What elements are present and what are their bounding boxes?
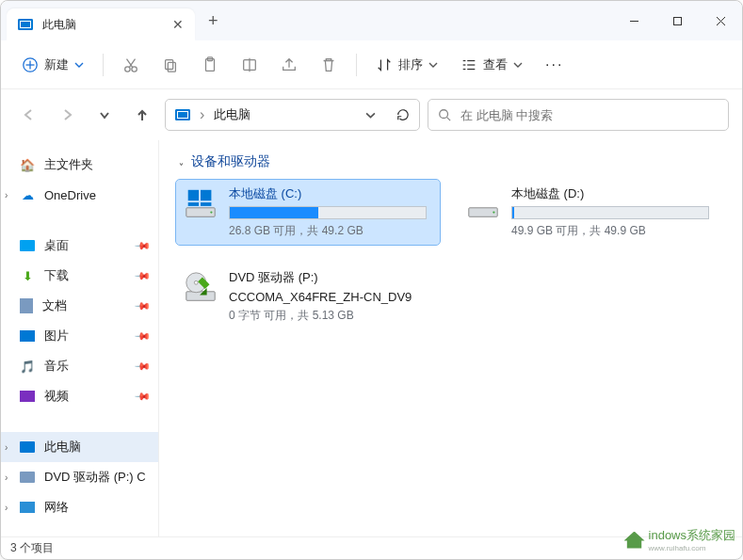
recent-dropdown[interactable] [89, 100, 120, 130]
separator [356, 54, 357, 76]
search-input[interactable] [460, 108, 719, 122]
forward-button[interactable] [52, 100, 82, 130]
pin-icon: 📌 [133, 357, 151, 375]
titlebar: 此电脑 ✕ + [1, 1, 742, 40]
sidebar-item-music[interactable]: 🎵音乐📌 [1, 351, 158, 381]
sidebar-item-documents[interactable]: 文档📌 [1, 291, 158, 321]
network-icon [20, 502, 35, 513]
drive-subtitle: CCCOMA_X64FRE_ZH-CN_DV9 [229, 290, 434, 304]
sidebar-item-downloads[interactable]: ⬇下载📌 [1, 261, 158, 291]
tab-this-pc[interactable]: 此电脑 ✕ [7, 8, 195, 40]
sidebar-item-onedrive[interactable]: ›☁OneDrive [1, 180, 158, 210]
separator [103, 54, 104, 76]
download-icon: ⬇ [20, 268, 35, 283]
sidebar: 🏠主文件夹 ›☁OneDrive 桌面📌 ⬇下载📌 文档📌 图片📌 🎵音乐📌 视… [1, 140, 159, 536]
pc-icon [20, 441, 35, 453]
share-button[interactable] [271, 51, 307, 79]
group-header-devices[interactable]: ⌄ 设备和驱动器 [176, 150, 725, 180]
copy-button[interactable] [153, 51, 188, 79]
cut-button[interactable] [113, 51, 149, 79]
new-button-label: 新建 [44, 56, 69, 73]
home-icon: 🏠 [20, 157, 35, 172]
search-bar[interactable] [428, 99, 729, 131]
drive-item[interactable]: DVD 驱动器 (P:)CCCOMA_X64FRE_ZH-CN_DV90 字节 … [176, 264, 440, 329]
maximize-button[interactable] [655, 1, 699, 40]
sidebar-item-this-pc[interactable]: ›此电脑 [1, 432, 158, 462]
usage-bar [511, 206, 709, 219]
body: 🏠主文件夹 ›☁OneDrive 桌面📌 ⬇下载📌 文档📌 图片📌 🎵音乐📌 视… [1, 140, 742, 536]
drive-item[interactable]: 本地磁盘 (C:)26.8 GB 可用，共 49.2 GB [176, 180, 440, 245]
svg-rect-26 [188, 190, 199, 200]
music-icon: 🎵 [20, 359, 35, 374]
svg-rect-9 [166, 59, 173, 69]
pin-icon: 📌 [133, 327, 151, 344]
sort-label: 排序 [398, 56, 423, 73]
window-controls [612, 1, 742, 40]
pc-icon [18, 19, 33, 30]
paste-button[interactable] [192, 51, 228, 79]
main-content: ⌄ 设备和驱动器 本地磁盘 (C:)26.8 GB 可用，共 49.2 GB本地… [159, 140, 742, 536]
sidebar-item-home[interactable]: 🏠主文件夹 [1, 150, 158, 180]
refresh-icon[interactable] [396, 108, 410, 121]
label: DVD 驱动器 (P:) C [44, 469, 146, 486]
svg-point-25 [210, 211, 212, 213]
svg-rect-1 [673, 17, 681, 24]
document-icon [20, 298, 33, 313]
label: 主文件夹 [44, 156, 93, 173]
chevron-right-icon: › [5, 472, 8, 483]
desktop-icon [20, 240, 35, 251]
new-tab-button[interactable]: + [195, 11, 232, 31]
back-button[interactable] [14, 100, 44, 130]
label: OneDrive [44, 188, 96, 202]
status-bar: 3 个项目 [1, 536, 742, 559]
breadcrumb[interactable]: 此电脑 [214, 106, 250, 123]
sort-button[interactable]: 排序 [366, 51, 447, 79]
view-button[interactable]: 查看 [451, 51, 532, 79]
svg-rect-27 [201, 190, 211, 200]
svg-rect-29 [201, 202, 211, 206]
svg-rect-32 [186, 292, 215, 301]
pin-icon: 📌 [133, 236, 151, 254]
tab-close-button[interactable]: ✕ [172, 17, 184, 32]
toolbar: 新建 排序 查看 ··· [1, 40, 742, 89]
video-icon [20, 391, 35, 402]
more-button[interactable]: ··· [536, 51, 573, 79]
close-button[interactable] [699, 1, 742, 40]
label: 文档 [42, 297, 67, 314]
sidebar-item-desktop[interactable]: 桌面📌 [1, 231, 158, 261]
sidebar-item-pictures[interactable]: 图片📌 [1, 321, 158, 351]
up-button[interactable] [127, 100, 157, 130]
picture-icon [20, 330, 35, 342]
pin-icon: 📌 [133, 266, 151, 284]
drive-item[interactable]: 本地磁盘 (D:)49.9 GB 可用，共 49.9 GB [459, 180, 722, 245]
drive-icon [464, 185, 502, 223]
new-button[interactable]: 新建 [12, 51, 93, 79]
rename-button[interactable] [232, 51, 267, 79]
svg-point-31 [493, 211, 494, 213]
pc-icon [175, 109, 190, 120]
sidebar-item-network[interactable]: ›网络 [1, 492, 158, 522]
chevron-right-icon: › [5, 503, 8, 513]
drive-icon [182, 185, 219, 223]
drive-usage-text: 49.9 GB 可用，共 49.9 GB [511, 223, 717, 239]
drive-icon [182, 269, 219, 307]
label: 音乐 [44, 358, 69, 375]
label: 图片 [44, 328, 69, 344]
drive-usage-text: 0 字节 可用，共 5.13 GB [229, 308, 434, 324]
usage-bar [229, 206, 427, 219]
dvd-icon [20, 472, 35, 483]
delete-button[interactable] [311, 51, 347, 79]
sidebar-item-videos[interactable]: 视频📌 [1, 381, 158, 411]
chevron-right-icon: › [5, 190, 8, 200]
svg-line-23 [447, 118, 451, 121]
svg-point-22 [440, 110, 448, 119]
label: 此电脑 [44, 439, 81, 456]
svg-rect-28 [188, 202, 199, 206]
address-bar[interactable]: › 此电脑 [165, 99, 420, 131]
minimize-button[interactable] [612, 1, 655, 40]
tab-title: 此电脑 [42, 17, 76, 33]
sidebar-item-dvd[interactable]: ›DVD 驱动器 (P:) C [1, 462, 158, 492]
pin-icon: 📌 [133, 387, 151, 405]
label: 桌面 [44, 237, 69, 254]
chevron-right-icon: › [5, 442, 8, 453]
